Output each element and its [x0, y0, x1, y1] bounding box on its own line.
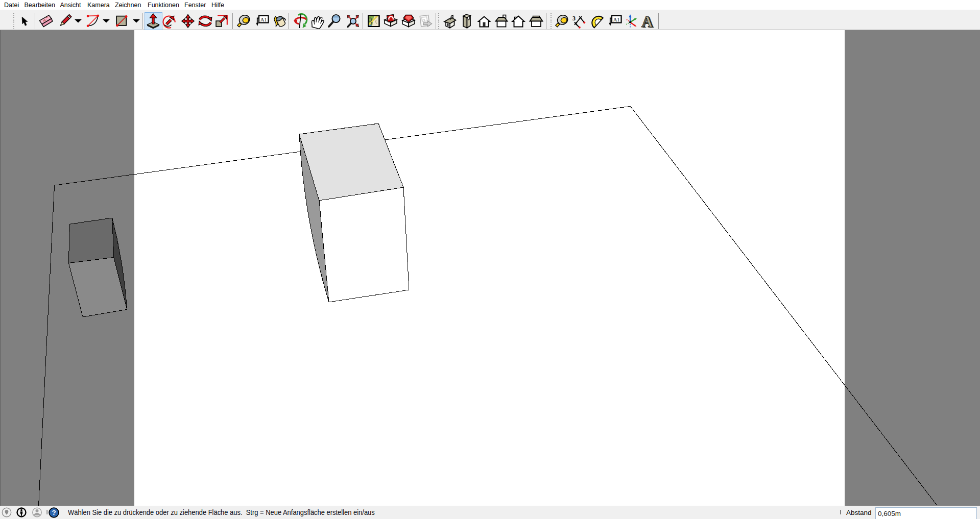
svg-text:A1: A1 — [613, 17, 620, 22]
svg-text:?: ? — [52, 509, 56, 516]
svg-text:A1: A1 — [260, 17, 267, 22]
svg-text:3: 3 — [572, 15, 576, 22]
svg-text:A: A — [641, 13, 653, 29]
